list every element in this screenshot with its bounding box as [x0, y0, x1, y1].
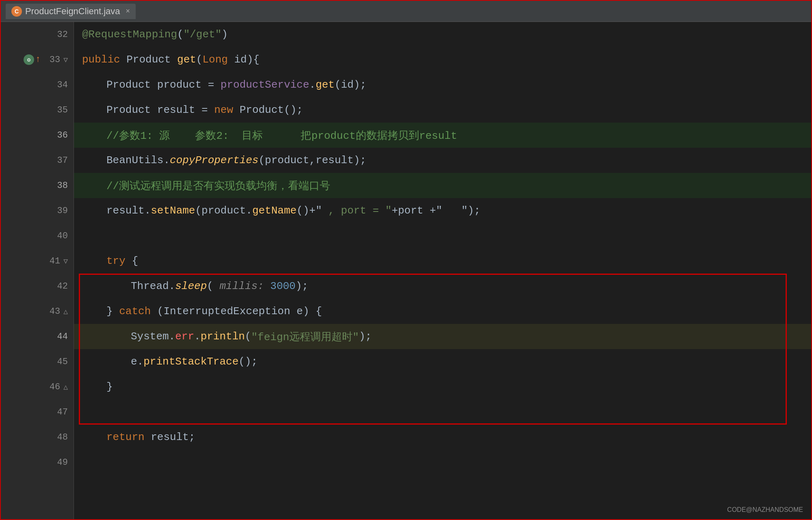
file-type-icon: C: [11, 6, 22, 17]
line-number-32: 32: [52, 30, 68, 40]
gutter-row-46: 46 △: [1, 374, 74, 399]
code-text: Product product =: [106, 79, 221, 91]
kw-catch: catch: [119, 305, 157, 317]
code-text: }: [106, 305, 119, 317]
code-text: .: [309, 79, 316, 91]
str-feign: "feign远程调用超时": [251, 330, 359, 344]
method-println: println: [201, 330, 245, 343]
number-3000: 3000: [264, 280, 296, 292]
code-text: (: [245, 330, 251, 343]
code-text: (InterruptedException e) {: [157, 305, 322, 317]
code-line-36: //参数1: 源 参数2: 目标 把product的数据拷贝到result: [74, 123, 811, 148]
fold-arrow-46[interactable]: △: [63, 382, 68, 391]
line-number-40: 40: [52, 231, 68, 241]
line-number-35: 35: [52, 105, 68, 115]
gutter-badge-arrow: ↑: [35, 54, 41, 65]
line-number-44: 44: [52, 332, 68, 342]
code-line-40: [74, 223, 811, 248]
gutter-row-42: 42: [1, 274, 74, 299]
gutter-row-41: 41 ▽: [1, 248, 74, 274]
type-long: Long: [202, 54, 227, 66]
code-content[interactable]: @RequestMapping("/get") public Product g…: [74, 22, 811, 519]
code-text: System.: [131, 330, 175, 343]
line-number-38: 38: [52, 181, 68, 191]
code-line-49: [74, 450, 811, 475]
gutter-row-38: 38: [1, 173, 74, 198]
code-text: id){: [228, 54, 260, 66]
code-text: BeanUtils.: [106, 154, 170, 166]
method-printStackTrace: printStackTrace: [143, 356, 238, 368]
code-text: {: [132, 255, 138, 267]
code-text: result.: [106, 205, 151, 217]
param-hint-millis: millis:: [219, 280, 264, 292]
kw-new: new: [214, 104, 239, 116]
gutter-row-45: 45: [1, 349, 74, 374]
gutter-row-36: 36: [1, 123, 74, 148]
code-area: 32 ⚙ ↑ 33 ▽ 34 35 36: [1, 22, 811, 519]
code-line-35: Product result = new Product();: [74, 97, 811, 123]
code-text: (: [207, 280, 219, 292]
code-line-34: Product product = productService.get(id)…: [74, 72, 811, 97]
field-err: err: [175, 330, 194, 343]
method-setname: setName: [151, 205, 195, 217]
line-number-37: 37: [52, 155, 68, 166]
code-text: Product result =: [106, 104, 214, 116]
watermark-text: CODE@NAZHANDSOME: [727, 506, 803, 514]
code-line-38: //测试远程调用是否有实现负载均衡，看端口号: [74, 173, 811, 198]
code-text: );: [296, 280, 308, 292]
gutter-row-48: 48: [1, 425, 74, 450]
tab-close-button[interactable]: ×: [126, 7, 130, 15]
gutter-row-40: 40: [1, 223, 74, 248]
tab-filename: ProductFeignClient.java: [25, 6, 120, 17]
code-text: ): [221, 28, 228, 41]
method-getname: getName: [252, 205, 297, 217]
code-text: (product,result);: [258, 154, 366, 166]
line-number-39: 39: [52, 206, 68, 216]
code-text: ()+": [297, 205, 328, 217]
fold-arrow-33[interactable]: ▽: [63, 55, 68, 64]
code-text: (id);: [335, 79, 366, 91]
code-line-39: result.setName(product.getName()+" , por…: [74, 198, 811, 223]
editor-window: C ProductFeignClient.java × 32 ⚙ ↑ 33 ▽: [0, 0, 812, 520]
code-line-46: }: [74, 374, 811, 399]
gutter-row-43: 43 △: [1, 299, 74, 324]
kw-public: public: [82, 54, 126, 66]
code-text: Thread.: [131, 280, 175, 292]
gutter-row-47: 47: [1, 399, 74, 425]
gutter-row-39: 39: [1, 198, 74, 223]
gutter-row-35: 35: [1, 97, 74, 123]
comment-38: //测试远程调用是否有实现负载均衡，看端口号: [106, 179, 330, 193]
code-text: +port +" ");: [392, 205, 480, 217]
kw-try: try: [106, 255, 132, 267]
method-get: get: [177, 54, 196, 66]
string-get: "/get": [184, 28, 222, 41]
code-text: .: [194, 330, 201, 343]
method-sleep: sleep: [175, 280, 207, 292]
kw-return: return: [106, 431, 151, 443]
code-line-33: public Product get(Long id){: [74, 47, 811, 72]
line-number-48: 48: [52, 432, 68, 442]
code-text: (product.: [195, 205, 252, 217]
code-line-45: e.printStackTrace();: [74, 349, 811, 374]
gutter-row-32: 32: [1, 22, 74, 47]
gutter-badges-33: ⚙ ↑: [24, 54, 41, 65]
gutter-row-49: 49: [1, 450, 74, 475]
code-line-37: BeanUtils.copyProperties(product,result)…: [74, 148, 811, 173]
code-text: result;: [151, 431, 195, 443]
gutter-row-44: 44: [1, 324, 74, 349]
code-paren: (: [196, 54, 203, 66]
line-number-34: 34: [52, 80, 68, 90]
line-number-41: 41: [44, 256, 60, 266]
fold-arrow-43[interactable]: △: [63, 307, 68, 316]
gutter-row-37: 37: [1, 148, 74, 173]
code-line-44: System.err.println("feign远程调用超时");: [74, 324, 811, 349]
fold-arrow-41[interactable]: ▽: [63, 257, 68, 265]
code-line-43: } catch (InterruptedException e) {: [74, 299, 811, 324]
line-number-43: 43: [44, 306, 60, 317]
service-call: productService: [221, 79, 309, 91]
gutter-row-34: 34: [1, 72, 74, 97]
line-number-49: 49: [52, 457, 68, 468]
tab-item[interactable]: C ProductFeignClient.java ×: [6, 4, 136, 19]
gutter-row-33: ⚙ ↑ 33 ▽: [1, 47, 74, 72]
code-text: ();: [238, 356, 258, 368]
